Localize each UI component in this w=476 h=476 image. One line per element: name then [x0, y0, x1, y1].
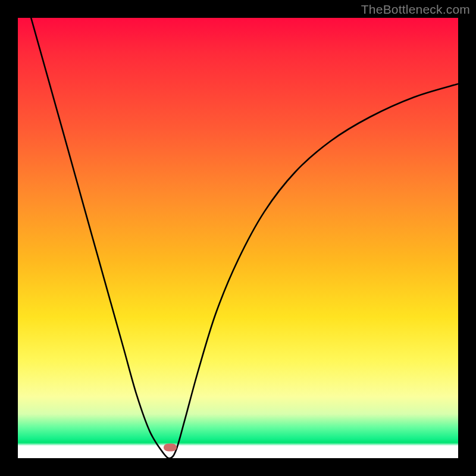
plot-area: [18, 18, 458, 458]
bottleneck-curve: [18, 18, 458, 458]
attribution-label: TheBottleneck.com: [361, 2, 470, 17]
chart-frame: TheBottleneck.com: [0, 0, 476, 476]
optimal-point-marker: [164, 443, 177, 451]
